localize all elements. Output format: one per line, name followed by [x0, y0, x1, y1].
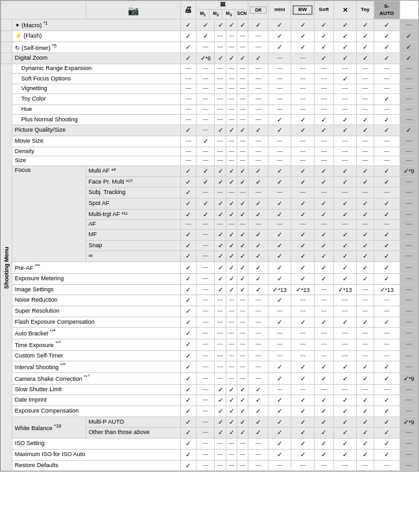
- table-cell: ✓: [180, 361, 197, 373]
- features-table: 📷 🖨 🖼 M1 M2 M3 SCN DR mini: [1, 1, 418, 471]
- table-cell: ✓: [356, 251, 374, 262]
- table-cell: ✓: [237, 19, 248, 31]
- table-cell: —: [197, 64, 215, 74]
- table-cell: —: [291, 156, 314, 166]
- table-cell: —: [400, 339, 418, 350]
- row-label: Exposure Compensation: [12, 406, 180, 417]
- table-cell: —: [269, 94, 291, 105]
- table-cell: —: [197, 417, 215, 428]
- table-cell: —: [197, 361, 215, 373]
- table-cell: ✓: [374, 449, 400, 460]
- row-label: Image Settings: [12, 284, 180, 295]
- table-cell: —: [226, 449, 237, 460]
- table-cell: —: [269, 460, 291, 471]
- table-cell: —: [400, 176, 418, 187]
- table-cell: —: [248, 156, 269, 166]
- table-cell: ✓: [248, 273, 269, 284]
- table-cell: —: [197, 156, 215, 166]
- table-cell: —: [356, 104, 374, 114]
- table-cell: —: [356, 384, 374, 395]
- table-row: Interval Shooting *¹⁶✓—————✓✓✓✓✓✓—: [1, 361, 418, 373]
- table-cell: ✓: [180, 460, 197, 471]
- table-cell: —: [197, 94, 215, 105]
- table-cell: ✓*13: [291, 284, 314, 295]
- table-cell: ✓: [248, 262, 269, 274]
- table-cell: ✓: [314, 176, 333, 187]
- row-label: ↻ (Self-timer) *5: [12, 42, 180, 53]
- table-cell: —: [400, 328, 418, 339]
- row-label: Picture Quality/Size: [12, 125, 180, 136]
- row-label: Dynamic Range Expansion: [12, 64, 180, 74]
- table-cell: —: [333, 156, 356, 166]
- table-cell: ✓: [237, 417, 248, 428]
- table-cell: ✓: [333, 406, 356, 417]
- table-cell: ✓: [180, 328, 197, 339]
- table-cell: —: [400, 136, 418, 147]
- table-cell: —: [400, 262, 418, 274]
- table-row: Date Imprint✓—✓✓✓✓✓✓✓✓✓✓—: [1, 395, 418, 406]
- wb-section-label: White Balance *18: [12, 417, 86, 438]
- table-cell: ✓: [197, 165, 215, 176]
- table-cell: —: [400, 428, 418, 439]
- table-cell: —: [180, 104, 197, 114]
- table-cell: ✓: [215, 262, 226, 274]
- table-cell: —: [269, 136, 291, 147]
- table-cell: —: [400, 114, 418, 125]
- table-cell: —: [248, 187, 269, 199]
- table-cell: —: [197, 395, 215, 406]
- table-row: Toy Color———————————✓—: [1, 94, 418, 105]
- table-cell: —: [237, 147, 248, 156]
- table-cell: ✓: [291, 361, 314, 373]
- table-cell: —: [333, 104, 356, 114]
- table-cell: ✓: [314, 114, 333, 125]
- table-cell: ✓: [197, 176, 215, 187]
- table-cell: —: [197, 339, 215, 350]
- table-cell: ✓: [180, 230, 197, 241]
- table-cell: ✓: [180, 350, 197, 361]
- table-row: ISO Setting✓—————✓✓✓✓✓✓—: [1, 439, 418, 450]
- table-cell: —: [291, 64, 314, 74]
- table-cell: ✓: [314, 417, 333, 428]
- table-cell: ✓: [269, 262, 291, 274]
- table-cell: ✓: [291, 317, 314, 328]
- table-cell: —: [237, 114, 248, 125]
- table-cell: —: [197, 428, 215, 439]
- table-cell: ✓: [374, 417, 400, 428]
- table-row: Super Resolution✓————————————: [1, 306, 418, 317]
- table-cell: —: [400, 84, 418, 94]
- table-cell: —: [269, 104, 291, 114]
- table-cell: —: [226, 31, 237, 42]
- table-cell: ✓: [356, 31, 374, 42]
- table-cell: —: [237, 156, 248, 166]
- table-cell: —: [226, 187, 237, 199]
- row-label: Digital Zoom: [12, 53, 180, 64]
- table-row: FocusMulti AF *⁸✓✓✓✓✓✓✓✓✓✓✓✓✓*9: [1, 165, 418, 176]
- table-cell: ✓: [374, 199, 400, 210]
- col-camera: 📷: [86, 1, 180, 19]
- table-cell: —: [215, 361, 226, 373]
- table-cell: ✓: [269, 31, 291, 42]
- col-modes: 🖼 M1 M2 M3 SCN: [197, 1, 248, 19]
- table-cell: —: [356, 460, 374, 471]
- table-cell: —: [215, 147, 226, 156]
- table-cell: —: [237, 73, 248, 84]
- table-cell: —: [237, 220, 248, 230]
- row-label: Slow Shutter Limit: [12, 384, 180, 395]
- table-cell: ✓: [400, 125, 418, 136]
- table-cell: ✓: [291, 199, 314, 210]
- table-cell: —: [215, 31, 226, 42]
- table-cell: ✓: [374, 361, 400, 373]
- row-label: Plus Normal Shooting: [12, 114, 180, 125]
- table-cell: —: [197, 262, 215, 274]
- table-cell: —: [237, 328, 248, 339]
- table-cell: ✓: [215, 209, 226, 220]
- table-cell: ✓: [269, 209, 291, 220]
- table-cell: ✓: [374, 31, 400, 42]
- table-cell: —: [215, 94, 226, 105]
- table-cell: —: [400, 273, 418, 284]
- table-cell: —: [333, 136, 356, 147]
- table-cell: —: [374, 460, 400, 471]
- row-label: Maximum ISO for ISO Auto: [12, 449, 180, 460]
- table-cell: —: [356, 295, 374, 306]
- table-cell: ✓: [248, 406, 269, 417]
